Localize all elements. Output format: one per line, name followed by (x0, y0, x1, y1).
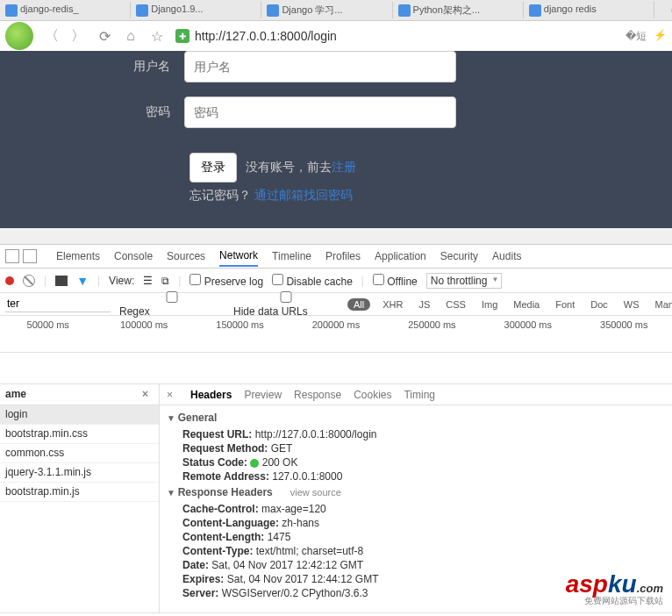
throttling-select[interactable]: No throttling (426, 273, 503, 289)
type-all[interactable]: All (347, 298, 370, 311)
tab-elements[interactable]: Elements (56, 250, 100, 262)
tab-security[interactable]: Security (440, 250, 478, 262)
browser-tab[interactable]: Python架构之... (393, 2, 524, 18)
regex-checkbox[interactable]: Regex (119, 291, 225, 318)
status-bar: requests 1.7 KB transferred Fi... (0, 612, 672, 616)
hide-urls-checkbox[interactable]: Hide data URLs (233, 291, 339, 318)
back-button[interactable]: 〈 (44, 28, 60, 44)
type-manifest[interactable]: Manifest (652, 298, 672, 311)
tab-audits[interactable]: Audits (492, 250, 521, 262)
tab-response[interactable]: Response (294, 389, 341, 401)
general-section[interactable]: General (167, 411, 665, 426)
type-img[interactable]: Img (478, 298, 501, 311)
offline-checkbox[interactable]: Offline (373, 274, 418, 288)
home-button[interactable]: ⌂ (123, 28, 139, 44)
password-label: 密码 (0, 104, 184, 120)
request-row[interactable]: bootstrap.min.js (0, 483, 159, 502)
disable-cache-checkbox[interactable]: Disable cache (272, 274, 353, 288)
tab-console[interactable]: Console (114, 250, 153, 262)
view-list-icon[interactable]: ☰ (143, 275, 153, 287)
network-toolbar: | ▼ | View: ☰ ⧉ | Preserve log Disable c… (0, 269, 672, 293)
type-font[interactable]: Font (552, 298, 578, 311)
detail-tabs: × Headers Preview Response Cookies Timin… (160, 384, 672, 405)
name-header[interactable]: ame (5, 388, 26, 401)
browser-tab[interactable]: django redis (524, 2, 654, 18)
type-css[interactable]: CSS (442, 298, 469, 311)
username-input[interactable] (184, 51, 456, 82)
register-link[interactable]: 注册 (332, 160, 356, 174)
screenshot-button[interactable] (55, 276, 68, 286)
browser-tab[interactable]: Django 学习... (261, 2, 392, 18)
watermark-sub: 免费网站源码下载站 (584, 595, 663, 607)
tab-network[interactable]: Network (219, 249, 258, 267)
tab-profiles[interactable]: Profiles (325, 250, 361, 262)
request-row[interactable]: common.css (0, 444, 159, 463)
view-label: View: (109, 275, 134, 287)
username-label: 用户名 (0, 59, 184, 75)
dock-icon[interactable] (5, 249, 19, 263)
shield-icon: ✚ (175, 29, 189, 43)
close-icon[interactable]: × (142, 388, 148, 401)
url-text: http://127.0.0.1:8000/login (195, 29, 337, 43)
tab-cookies[interactable]: Cookies (354, 389, 391, 401)
tab-timeline[interactable]: Timeline (272, 250, 311, 262)
tab-application[interactable]: Application (375, 250, 426, 262)
clear-button[interactable] (23, 275, 35, 287)
tab-timing[interactable]: Timing (404, 389, 435, 401)
type-ws[interactable]: WS (620, 298, 643, 311)
type-js[interactable]: JS (415, 298, 433, 311)
request-row[interactable]: jquery-3.1.1.min.js (0, 463, 159, 483)
browser-tab[interactable]: django-redis_ (0, 2, 131, 18)
preserve-log-checkbox[interactable]: Preserve log (189, 274, 263, 288)
avatar[interactable] (5, 22, 33, 50)
url-bar[interactable]: ✚ http://127.0.0.1:8000/login (175, 29, 615, 43)
tab-headers[interactable]: Headers (190, 389, 232, 401)
password-input[interactable] (184, 97, 456, 128)
record-button[interactable] (5, 276, 14, 285)
forgot-text: 忘记密码？ (189, 188, 251, 202)
tab-sources[interactable]: Sources (167, 250, 205, 262)
type-media[interactable]: Media (510, 298, 543, 311)
tab-preview[interactable]: Preview (244, 389, 282, 401)
toolbar: 〈 〉 ⟳ ⌂ ☆ ✚ http://127.0.0.1:8000/login … (0, 21, 672, 51)
devtools: Elements Console Sources Network Timelin… (0, 244, 672, 616)
request-list: ame× login bootstrap.min.css common.css … (0, 384, 160, 612)
bolt-icon[interactable]: ⚡ (654, 29, 667, 44)
view-frames-icon[interactable]: ⧉ (161, 275, 169, 287)
filter-icon[interactable]: ▼ (76, 274, 89, 288)
refresh-button[interactable]: ⟳ (97, 28, 112, 44)
view-source-link[interactable]: view source (290, 487, 341, 498)
dock-icon[interactable] (23, 249, 37, 263)
response-headers-section[interactable]: Response Headersview source (167, 485, 665, 500)
page-content: 用户名 密码 登录 没有账号，前去注册 忘记密码？ 通过邮箱找回密码 (0, 51, 672, 228)
waterfall-timeline[interactable]: 50000 ms 100000 ms 150000 ms 200000 ms 2… (0, 316, 672, 353)
close-icon[interactable]: × (167, 389, 173, 401)
browser-tab[interactable] (654, 9, 672, 12)
browser-tabs: django-redis_ Django1.9... Django 学习... … (0, 0, 672, 21)
devtools-tabs: Elements Console Sources Network Timelin… (0, 244, 672, 269)
forward-button[interactable]: 〉 (70, 28, 86, 44)
filter-bar: Regex Hide data URLs All XHR JS CSS Img … (0, 293, 672, 316)
no-account-text: 没有账号，前去 (246, 160, 332, 174)
type-doc[interactable]: Doc (587, 298, 611, 311)
filter-input[interactable] (5, 296, 111, 312)
browser-tab[interactable]: Django1.9... (131, 2, 261, 18)
favorite-button[interactable]: ☆ (149, 28, 165, 44)
share-icon[interactable]: �短 (626, 29, 647, 44)
status-dot-icon (250, 459, 259, 468)
retrieve-link[interactable]: 通过邮箱找回密码 (254, 188, 353, 202)
request-row[interactable]: login (0, 405, 159, 425)
type-xhr[interactable]: XHR (379, 298, 406, 311)
request-row[interactable]: bootstrap.min.css (0, 425, 159, 444)
login-button[interactable]: 登录 (189, 153, 237, 183)
